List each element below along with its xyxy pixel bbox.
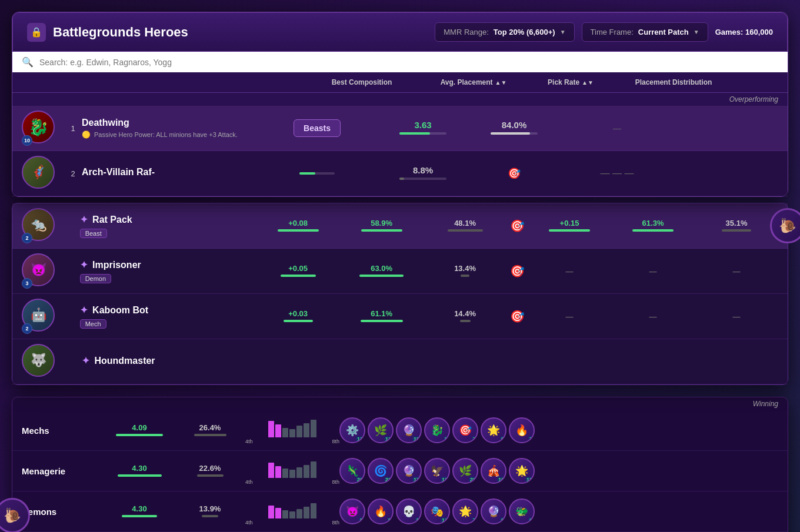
deathwing-avgplace-bar bbox=[399, 132, 446, 135]
imp-extra1: — bbox=[528, 267, 611, 276]
demons-pick: 13.9% bbox=[175, 504, 245, 519]
rat-avatar-wrap: 🐀 2 bbox=[22, 208, 57, 243]
demons-pick-bar bbox=[202, 515, 218, 517]
demons-name: Demons bbox=[22, 507, 104, 517]
search-bar-wrap: 🔍 bbox=[12, 52, 788, 72]
menagerie-bar-7 bbox=[311, 461, 316, 478]
mechs-bar-5 bbox=[296, 426, 302, 437]
menagerie-dist-chart: 4th 8th bbox=[245, 457, 339, 485]
deathwing-pickrate-bar bbox=[491, 132, 538, 135]
demons-pick-val: 13.9% bbox=[175, 504, 245, 513]
rat-name: ✦ Rat Pack bbox=[80, 214, 256, 225]
imp-name: ✦ Imprisoner bbox=[80, 259, 256, 270]
bestcomp-col-header[interactable]: Best Composition bbox=[303, 78, 421, 86]
menagerie-cards: 🦎26 🌀22 🔮17 🦅12 🌿22 🎪16 🌟12 bbox=[339, 458, 778, 484]
mechs-bar-7 bbox=[311, 420, 316, 437]
menagerie-label-4th: 4th bbox=[245, 479, 253, 485]
menagerie-row[interactable]: Menagerie 4.30 22.6% bbox=[12, 451, 788, 491]
hound-avatar-wrap: 🐺 bbox=[22, 344, 57, 379]
imp-mana: 3 bbox=[22, 278, 32, 289]
kaboom-row[interactable]: 🤖 2 ✦ Kaboom Bot Mech +0.03 61.1% 14.4% bbox=[12, 294, 788, 339]
kaboom-stat2: 61.1% bbox=[340, 309, 424, 324]
rat-extra2: 61.3% bbox=[611, 219, 695, 233]
deathwing-row[interactable]: 🐉 10 1 Deathwing 🟡 Passive Hero Power: A… bbox=[12, 106, 788, 151]
rat-pick-icon: 🎯 bbox=[510, 219, 525, 232]
menagerie-avg: 4.30 bbox=[104, 464, 175, 479]
kaboom-icon-col: 🎯 bbox=[507, 309, 528, 323]
games-info: Games: 160,000 bbox=[715, 28, 773, 36]
menagerie-card-1: 🦎26 bbox=[339, 458, 365, 484]
mmr-dropdown[interactable]: MMR Range: Top 20% (6,600+) ▼ bbox=[435, 22, 574, 42]
kaboom-pick-icon: 🎯 bbox=[510, 310, 525, 323]
timeframe-dropdown[interactable]: Time Frame: Current Patch ▼ bbox=[582, 22, 708, 42]
kaboom-name: ✦ Kaboom Bot bbox=[80, 305, 256, 316]
arch-pickrate: 🎯 bbox=[470, 167, 558, 180]
mechs-dist-chart: 4th 8th bbox=[245, 416, 339, 444]
rat-extra1-bar bbox=[549, 229, 590, 232]
search-input[interactable] bbox=[39, 58, 778, 67]
menagerie-dist-bars bbox=[268, 457, 316, 478]
search-icon: 🔍 bbox=[22, 56, 34, 68]
menagerie-label-8th: 8th bbox=[332, 479, 339, 485]
demons-avg-bar bbox=[122, 515, 157, 517]
pickrate-col-header[interactable]: Pick Rate ▲▼ bbox=[526, 78, 615, 86]
demons-row[interactable]: Demons 4.30 13.9% bbox=[12, 491, 788, 532]
rat-extra2-val: 61.3% bbox=[611, 219, 695, 227]
menagerie-bar-3 bbox=[282, 469, 288, 478]
menagerie-card-2: 🌀22 bbox=[368, 458, 394, 484]
menagerie-card-5: 🌿22 bbox=[452, 458, 478, 484]
kaboom-stat2-val: 61.1% bbox=[340, 309, 424, 318]
deathwing-rank: 1 bbox=[64, 124, 82, 133]
pickrate-sort-icon: ▲▼ bbox=[582, 79, 594, 86]
arch-avgplace: 8.8% bbox=[376, 165, 470, 182]
coin-icon: 🟡 bbox=[82, 131, 91, 139]
mechs-bar-1 bbox=[268, 421, 274, 437]
deathwing-subtext: 🟡 Passive Hero Power: ALL minions have +… bbox=[82, 131, 258, 139]
mechs-cards: ⚙️13 🌿13 🔮18 🐉8 🎯7 🌟9 🔥7 bbox=[339, 417, 778, 443]
mechs-card-7: 🔥7 bbox=[509, 417, 535, 443]
kaboom-avatar-wrap: 🤖 2 bbox=[22, 299, 57, 334]
demons-card-6: 🔮9 bbox=[481, 498, 506, 524]
timeframe-label: Time Frame: bbox=[591, 28, 634, 36]
menagerie-avg-bar bbox=[118, 474, 162, 477]
deathwing-bestcomp: Beasts bbox=[258, 119, 376, 137]
imp-stat1-val: +0.05 bbox=[256, 264, 340, 273]
mechs-card-2: 🌿13 bbox=[368, 417, 394, 443]
imprisoner-row[interactable]: 👿 3 ✦ Imprisoner Demon +0.05 63.0% 13.4% bbox=[12, 249, 788, 294]
mechs-avg-val: 4.09 bbox=[104, 423, 175, 432]
arch-avatar-wrap: 🦸 bbox=[22, 156, 57, 191]
arch-dist-dash: — — — bbox=[601, 168, 634, 178]
menagerie-card-3: 🔮17 bbox=[396, 458, 422, 484]
rat-info: ✦ Rat Pack Beast bbox=[80, 214, 256, 238]
imp-extra2-val: — bbox=[611, 267, 695, 276]
rat-extra2-bar bbox=[632, 229, 674, 232]
deathwing-pickrate-val: 84.0% bbox=[470, 120, 558, 130]
menagerie-avg-val: 4.30 bbox=[104, 464, 175, 473]
rat-pack-row[interactable]: 🐀 2 ✦ Rat Pack Beast +0.08 58.9% 48.1% bbox=[12, 203, 788, 249]
demons-bar-6 bbox=[304, 507, 309, 518]
rat-tag: Beast bbox=[80, 229, 107, 238]
deathwing-pickrate: 84.0% bbox=[470, 120, 558, 137]
rat-stat2: 58.9% bbox=[340, 219, 424, 233]
mechs-card-5: 🎯7 bbox=[452, 417, 478, 443]
imp-star-icon: ✦ bbox=[80, 260, 88, 270]
kaboom-stat3-bar bbox=[460, 320, 471, 322]
mechs-row[interactable]: Mechs 4.09 26.4% bbox=[12, 410, 788, 451]
demons-card-5: 🌟7 bbox=[452, 498, 478, 524]
demons-avg-val: 4.30 bbox=[104, 504, 175, 513]
mechs-card-3: 🔮18 bbox=[396, 417, 422, 443]
avgplace-col-header[interactable]: Avg. Placement ▲▼ bbox=[421, 78, 526, 86]
houndmaster-row[interactable]: 🐺 ✦ Houndmaster bbox=[12, 339, 788, 384]
menagerie-pick-bar bbox=[197, 474, 224, 477]
arch-pick-icon: 🎯 bbox=[508, 168, 521, 179]
timeframe-value: Current Patch bbox=[638, 28, 689, 36]
menagerie-bar-5 bbox=[296, 467, 302, 478]
mmr-value: Top 20% (6,600+) bbox=[494, 28, 555, 36]
overperforming-label: Overperforming bbox=[12, 93, 788, 106]
rat-stat3-val: 48.1% bbox=[424, 219, 507, 227]
arch-villain-row[interactable]: 🦸 2 Arch-Villain Raf- 8.8% 🎯 — — bbox=[12, 151, 788, 196]
page-title: Battlegrounds Heroes bbox=[53, 25, 188, 40]
mechs-bar-4 bbox=[289, 429, 295, 437]
games-label: Games: bbox=[715, 28, 744, 36]
demons-bar-3 bbox=[282, 510, 288, 518]
